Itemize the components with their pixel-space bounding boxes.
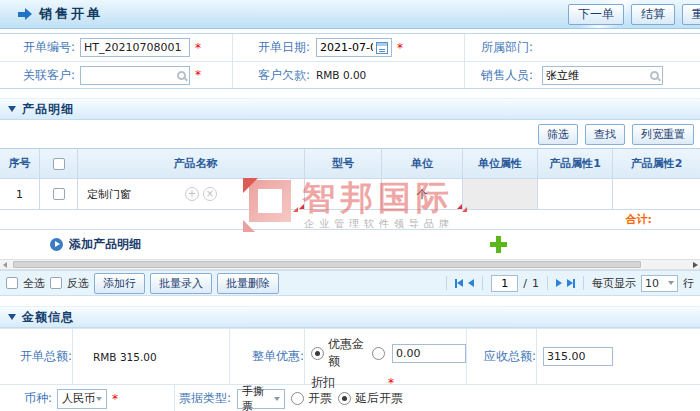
find-button[interactable]: 查找 [585, 124, 625, 145]
header-attr1[interactable]: 产品属性1 [538, 149, 613, 178]
grid-footer-left: 全选 反选 添加行 批量录入 批量删除 [6, 273, 279, 294]
add-product-icon[interactable]: + [185, 187, 199, 201]
receivable-input[interactable] [543, 347, 613, 366]
invoice-delay-radio[interactable] [338, 392, 351, 405]
discount-percent-radio[interactable] [372, 347, 385, 360]
reset-columns-button[interactable]: 列宽重置 [632, 124, 694, 145]
row-unit-attr-cell [463, 179, 538, 209]
select-all-checkbox[interactable] [53, 158, 65, 170]
row-unit: 个 [417, 187, 428, 202]
clear-product-icon[interactable]: × [203, 187, 217, 201]
grid-actions: 筛选 查找 列宽重置 [0, 120, 700, 148]
product-grid: 序号 产品名称 型号 单位 单位属性 产品属性1 产品属性2 1 定制门窗 + … [0, 148, 700, 296]
salesperson-label: 销售人员: [465, 62, 533, 88]
collapse-triangle-icon[interactable] [8, 314, 16, 320]
chevron-down-icon [96, 397, 102, 401]
move-cross-icon[interactable] [490, 236, 507, 253]
discount-amount-label: 优惠金额 [328, 336, 368, 370]
salesperson-input[interactable] [546, 68, 647, 83]
debt-label: 客户欠款: [233, 62, 310, 88]
form-row-2: 关联客户: * 客户欠款: RMB 0.00 销售人员: [0, 61, 700, 88]
scroll-right-arrow-icon[interactable] [693, 262, 698, 268]
customer-field[interactable] [80, 66, 190, 85]
order-date-cell: * [310, 34, 465, 61]
batch-delete-button[interactable]: 批量删除 [217, 273, 279, 294]
header-model[interactable]: 型号 [305, 149, 382, 178]
required-mark: * [195, 68, 201, 82]
add-product-link[interactable]: 添加产品明细 [69, 236, 141, 253]
discount-amount-radio[interactable] [311, 347, 324, 360]
amount-section-header[interactable]: 金额信息 [0, 306, 700, 328]
scrollbar-thumb[interactable] [13, 261, 641, 268]
batch-entry-button[interactable]: 批量录入 [150, 273, 212, 294]
order-total-value: RMB 315.00 [93, 351, 157, 363]
amount-row-2: 币种: 人民币 * 票据类型: 手撕票 开票 [0, 384, 700, 411]
order-no-input[interactable] [80, 38, 190, 57]
amount-box: 开单总额: RMB 315.00 整单优惠: 优惠金额 折扣 * 应收总额: [0, 328, 700, 411]
row-unit-cell[interactable]: 个 [382, 179, 463, 209]
salesperson-cell [533, 62, 700, 88]
sales-order-page: 销售开单 下一单 结算 重填 开单编号: * 开单日期: * 所属部门: [0, 0, 700, 411]
currency-value: 人民币 [62, 391, 95, 406]
grid-total-row: 合计: [0, 209, 700, 229]
header-checkbox-cell [40, 149, 78, 178]
header-index[interactable]: 序号 [0, 149, 40, 178]
prev-page-icon[interactable] [468, 279, 474, 287]
header-attr2[interactable]: 产品属性2 [613, 149, 700, 178]
filter-button[interactable]: 筛选 [538, 124, 578, 145]
next-order-button[interactable]: 下一单 [568, 4, 624, 25]
per-page-select[interactable]: 10 [641, 275, 678, 292]
product-section-header[interactable]: 产品明细 [0, 98, 700, 120]
header-unit[interactable]: 单位 [382, 149, 463, 178]
order-date-label: 开单日期: [233, 34, 310, 61]
row-attr1-cell[interactable] [538, 179, 613, 209]
calendar-icon[interactable] [376, 42, 388, 54]
header-product-name[interactable]: 产品名称 [78, 149, 305, 178]
invoice-delay-label: 延后开票 [355, 390, 403, 407]
required-corner-marker [299, 204, 304, 209]
amount-section-title: 金额信息 [22, 309, 74, 326]
order-date-field[interactable] [316, 38, 392, 57]
invert-selection-checkbox[interactable] [50, 277, 62, 289]
next-page-icon[interactable] [556, 279, 562, 287]
row-checkbox[interactable] [53, 188, 65, 200]
page-number-input[interactable] [491, 275, 518, 292]
discount-amount-input[interactable] [392, 344, 466, 363]
bill-type-select[interactable]: 手撕票 [237, 389, 285, 409]
select-all-footer-checkbox[interactable] [6, 277, 18, 289]
order-date-input[interactable] [320, 40, 373, 55]
product-section-title: 产品明细 [22, 101, 74, 118]
row-product-name-cell[interactable]: 定制门窗 + × [78, 179, 305, 209]
customer-input[interactable] [84, 68, 174, 83]
order-no-cell: * [75, 34, 233, 61]
search-icon[interactable] [177, 71, 186, 80]
horizontal-scrollbar[interactable] [0, 259, 700, 270]
search-icon[interactable] [650, 71, 659, 80]
customer-cell: * [75, 62, 233, 88]
page-title: 销售开单 [39, 5, 103, 23]
add-link-arrow-icon[interactable] [50, 238, 63, 251]
customer-label: 关联客户: [0, 62, 75, 88]
table-row: 1 定制门窗 + × 个 [0, 179, 700, 209]
row-product-name: 定制门窗 [87, 187, 131, 202]
top-title-bar: 销售开单 下一单 结算 重填 [0, 0, 700, 29]
refill-button[interactable]: 重填 [682, 4, 700, 25]
first-page-icon[interactable] [455, 279, 463, 288]
bill-type-cell: 票据类型: 手撕票 开票 延后开票 [175, 385, 700, 411]
receivable-label: 应收总额: [467, 329, 537, 384]
currency-select[interactable]: 人民币 [57, 389, 107, 409]
header-unit-attr[interactable]: 单位属性 [463, 149, 538, 178]
add-row-button[interactable]: 添加行 [94, 273, 145, 294]
last-page-icon[interactable] [567, 279, 575, 288]
debt-cell: RMB 0.00 [310, 62, 465, 88]
scroll-left-arrow-icon[interactable] [3, 262, 7, 268]
bill-type-value: 手撕票 [242, 384, 274, 411]
row-model-cell[interactable] [305, 179, 382, 209]
currency-cell: 币种: 人民币 * [0, 385, 175, 411]
row-attr2-cell[interactable] [613, 179, 700, 209]
settle-button[interactable]: 结算 [631, 4, 675, 25]
collapse-triangle-icon[interactable] [8, 106, 16, 112]
invoice-now-radio[interactable] [291, 392, 304, 405]
row-cell-icons: + × [185, 187, 217, 201]
salesperson-field[interactable] [542, 66, 663, 85]
